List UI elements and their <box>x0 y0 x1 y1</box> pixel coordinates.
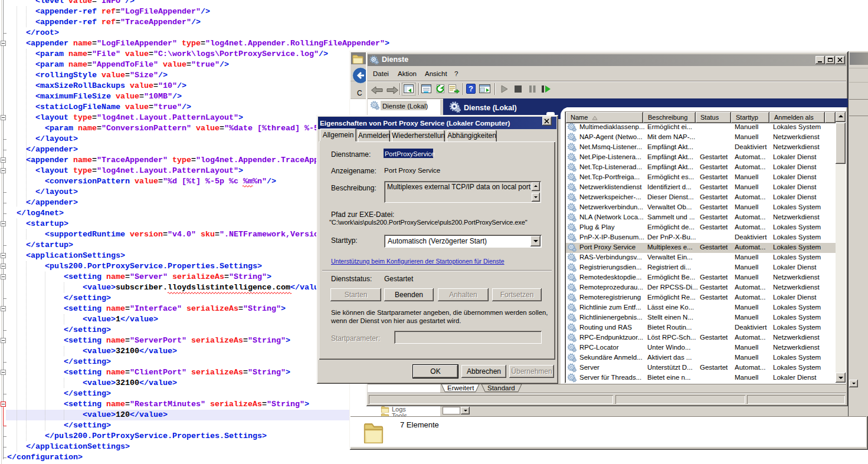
svg-text:?: ? <box>469 84 473 93</box>
